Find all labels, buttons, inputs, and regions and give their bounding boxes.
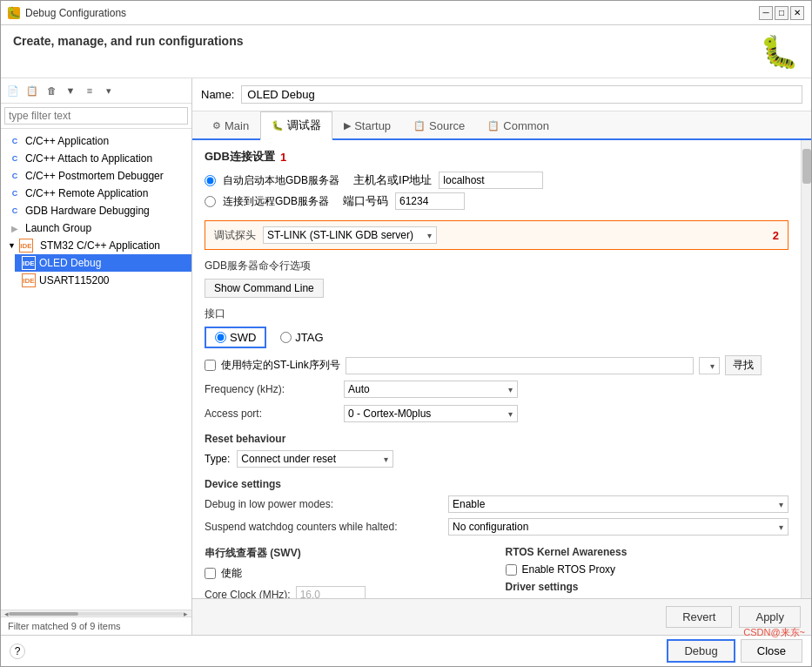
serial-label: 使用特定的ST-Link序列号 (221, 358, 340, 373)
sidebar-item-oled-debug[interactable]: IDE OLED Debug (15, 254, 191, 272)
port-input[interactable] (395, 192, 465, 210)
sidebar-item-cpp-postmortem[interactable]: C C/C++ Postmortem Debugger (1, 167, 191, 185)
sidebar-item-label: C/C++ Postmortem Debugger (25, 170, 164, 182)
watchdog-select[interactable]: No configuration (448, 518, 789, 536)
new-config-button[interactable]: 📄 (4, 82, 22, 99)
close-button[interactable]: Close (741, 639, 802, 663)
probe-label: 调试探头 (214, 228, 256, 243)
scrollbar-track (9, 612, 184, 616)
remote-gdb-radio[interactable] (205, 196, 216, 207)
apply-button[interactable]: Apply (739, 606, 801, 628)
show-command-line-button[interactable]: Show Command Line (205, 279, 324, 298)
delete-config-button[interactable]: 🗑 (43, 82, 60, 99)
filter-button[interactable]: ▼ (62, 82, 79, 99)
reset-type-select[interactable]: Connect under reset (237, 450, 393, 468)
probe-select-wrapper[interactable]: ST-LINK (ST-LINK GDB server) (263, 226, 437, 244)
close-window-button[interactable]: ✕ (790, 6, 804, 20)
sidebar-item-usart[interactable]: IDE USART115200 (15, 272, 191, 289)
swd-radio[interactable] (215, 332, 226, 343)
scrollbar-thumb[interactable] (9, 612, 78, 616)
host-input[interactable] (439, 172, 543, 189)
low-power-row: Debug in low power modes: Enable (205, 495, 789, 513)
rtos-enable-label: Enable RTOS Proxy (522, 563, 616, 576)
access-port-select-wrapper[interactable]: 0 - Cortex-M0plus (344, 405, 518, 422)
serial-dropdown-wrapper[interactable] (699, 357, 720, 374)
tab-debugger[interactable]: 🐛 调试器 (260, 111, 332, 140)
panel-scrollbar-thumb[interactable] (802, 149, 811, 184)
find-button[interactable]: 寻找 (725, 355, 762, 375)
frequency-label: Frequency (kHz): (205, 383, 344, 395)
low-power-select[interactable]: Enable (448, 495, 789, 513)
rtos-title: RTOS Kernel Awareness (506, 546, 789, 558)
tab-startup-label: Startup (354, 119, 391, 132)
swv-enable-label: 使能 (221, 566, 242, 581)
frequency-select-wrapper[interactable]: Auto (344, 381, 518, 398)
cpp-postmortem-icon: C (8, 169, 22, 183)
device-section: Device settings Debug in low power modes… (205, 478, 789, 536)
jtag-radio[interactable] (280, 332, 292, 343)
sidebar-tree: C C/C++ Application C C/C++ Attach to Ap… (1, 129, 191, 610)
tab-common[interactable]: 📋 Common (476, 111, 560, 140)
interface-title: 接口 (205, 307, 789, 321)
help-button[interactable]: ? (10, 643, 25, 659)
header: Create, manage, and run configurations 🐛 (1, 25, 811, 78)
frequency-select[interactable]: Auto (344, 381, 518, 398)
access-port-select[interactable]: 0 - Cortex-M0plus (344, 405, 518, 422)
auto-gdb-label: 自动启动本地GDB服务器 (223, 173, 339, 188)
sidebar-item-stm32[interactable]: ▼ IDE STM32 C/C++ Application (1, 237, 191, 254)
swv-enable-row: 使能 (205, 566, 488, 581)
auto-gdb-radio[interactable] (205, 175, 216, 186)
launch-group-icon: ▶ (8, 221, 22, 235)
more-button[interactable]: ▾ (100, 82, 117, 99)
port-label: 端口号码 (343, 193, 388, 209)
serial-checkbox[interactable] (205, 360, 216, 371)
sidebar-item-cpp-attach[interactable]: C C/C++ Attach to Application (1, 150, 191, 167)
serial-input[interactable] (346, 357, 694, 374)
driver-title: Driver settings (506, 581, 789, 593)
tab-source-label: Source (429, 119, 465, 132)
collapse-button[interactable]: ≡ (81, 82, 98, 99)
gdb-section-header: GDB连接设置 1 (205, 149, 789, 165)
sidebar-scrollbar[interactable]: ◂ ▸ (1, 610, 191, 616)
sidebar-item-launch-group[interactable]: ▶ Launch Group (1, 219, 191, 237)
tab-source[interactable]: 📋 Source (402, 111, 476, 140)
panel-scrollbar[interactable] (801, 140, 811, 598)
debug-button[interactable]: Debug (667, 639, 735, 663)
annotation-1: 1 (280, 151, 286, 164)
tab-main[interactable]: ⚙ Main (201, 111, 260, 140)
rtos-enable-checkbox[interactable] (506, 564, 517, 576)
swv-enable-checkbox[interactable] (205, 568, 216, 579)
tab-startup[interactable]: ▶ Startup (332, 111, 402, 140)
filter-input[interactable] (4, 107, 188, 125)
gdb-command-title: GDB服务器命令行选项 (205, 259, 789, 273)
footer-bar: ? Debug Close (1, 635, 811, 666)
copy-config-button[interactable]: 📋 (23, 82, 41, 99)
window-title: Debug Configurations (25, 7, 126, 19)
stm32-icon: IDE (19, 239, 33, 253)
source-tab-icon: 📋 (413, 120, 426, 131)
low-power-select-wrapper[interactable]: Enable (448, 495, 789, 513)
remote-gdb-label: 连接到远程GDB服务器 (223, 194, 329, 209)
sidebar-footer: Filter matched 9 of 9 items (1, 616, 191, 635)
oled-debug-icon: IDE (22, 256, 36, 270)
gdb-section-title: GDB连接设置 (205, 149, 275, 165)
low-power-label: Debug in low power modes: (205, 498, 448, 510)
frequency-row: Frequency (kHz): Auto (205, 381, 789, 398)
swv-title: 串行线查看器 (SWV) (205, 546, 488, 561)
access-port-label: Access port: (205, 408, 344, 420)
watchdog-select-wrapper[interactable]: No configuration (448, 518, 789, 536)
probe-select[interactable]: ST-LINK (ST-LINK GDB server) (263, 226, 437, 244)
maximize-button[interactable]: □ (775, 6, 789, 20)
reset-type-select-wrapper[interactable]: Connect under reset (237, 450, 393, 468)
minimize-button[interactable]: ─ (759, 6, 773, 20)
sidebar-item-cpp-app[interactable]: C C/C++ Application (1, 132, 191, 150)
revert-button[interactable]: Revert (666, 606, 732, 628)
sidebar-item-label: STM32 C/C++ Application (40, 239, 160, 252)
sidebar-item-gdb-hardware[interactable]: C GDB Hardware Debugging (1, 202, 191, 219)
serial-dropdown[interactable] (699, 357, 720, 374)
bottom-columns: 串行线查看器 (SWV) 使能 Core Clock (MHz): (205, 546, 789, 598)
sidebar-item-cpp-remote[interactable]: C C/C++ Remote Application (1, 185, 191, 202)
gdb-command-section: GDB服务器命令行选项 Show Command Line (205, 259, 789, 298)
config-name-input[interactable] (241, 85, 802, 104)
tabs-bar: ⚙ Main 🐛 调试器 ▶ Startup 📋 Source 📋 C (192, 111, 811, 140)
